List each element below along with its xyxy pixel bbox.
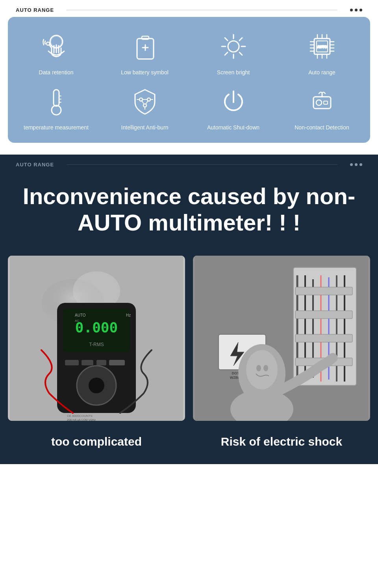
- svg-text:T-RMS: T-RMS: [89, 342, 104, 347]
- svg-text:AUTO: AUTO: [317, 45, 327, 49]
- feature-shutdown: Automatic Shut-down: [189, 84, 278, 131]
- svg-line-18: [239, 38, 242, 41]
- svg-text:20A mA μA COM VΩHz: 20A mA μA COM VΩHz: [67, 418, 96, 421]
- svg-line-19: [225, 52, 228, 55]
- feature-data-retention-label: Data retention: [39, 69, 74, 76]
- svg-point-93: [246, 350, 278, 389]
- svg-line-16: [225, 38, 228, 41]
- multimeter-photo: 0.000 AUTO AC Hz T-RMS: [8, 256, 185, 421]
- images-row: 0.000 AUTO AC Hz T-RMS: [8, 256, 370, 421]
- section1-divider: [67, 10, 337, 10]
- dot3: [359, 9, 362, 11]
- feature-temperature-label: temperature measurement: [24, 124, 89, 131]
- inconvenience-title: Inconvenience caused by non-AUTO multime…: [8, 171, 370, 255]
- s2-dot1: [350, 163, 353, 166]
- feature-low-battery-label: Low battery symbol: [121, 69, 169, 76]
- s2-dot3: [359, 163, 362, 166]
- feature-screen-bright: Screen bright: [189, 29, 278, 76]
- svg-point-38: [52, 105, 61, 115]
- section1-header: AUTO RANGE: [8, 0, 370, 17]
- svg-point-94: [256, 365, 261, 371]
- power-icon: [216, 84, 251, 119]
- svg-text:Hz: Hz: [126, 313, 131, 317]
- svg-rect-69: [82, 360, 93, 365]
- captions-row: too complicated Risk of electric shock: [8, 429, 370, 448]
- electric-photo: DOTYKANIE WZBRONIONE: [193, 256, 370, 421]
- feature-noncontact-label: Non-contact Detection: [295, 124, 349, 131]
- svg-text:AUTO: AUTO: [75, 313, 86, 317]
- dot1: [350, 9, 353, 11]
- thermometer-icon: [39, 84, 74, 119]
- chip-icon: AUTO: [304, 29, 340, 64]
- svg-text:0.000: 0.000: [75, 319, 118, 335]
- svg-rect-84: [295, 287, 352, 295]
- feature-auto-range-label: Auto range: [308, 69, 335, 76]
- battery-low-icon: [127, 29, 163, 64]
- section2-header: AUTO RANGE: [8, 155, 370, 171]
- feature-shutdown-label: Automatic Shut-down: [207, 124, 259, 131]
- svg-point-6: [46, 42, 50, 45]
- electric-image-card: DOTYKANIE WZBRONIONE: [193, 256, 370, 421]
- feature-data-retention: Data retention: [12, 29, 100, 76]
- caption-electric: Risk of electric shock: [193, 429, 370, 448]
- svg-rect-85: [295, 311, 352, 319]
- section2-dots[interactable]: [350, 163, 362, 166]
- section2-label: AUTO RANGE: [16, 162, 54, 168]
- feature-card: Data retention Low battery symbol: [8, 17, 370, 143]
- hand-pointer-icon: [39, 29, 74, 64]
- feature-anti-burn-label: Intelligent Anti-burn: [121, 124, 169, 131]
- feature-screen-bright-label: Screen bright: [217, 69, 250, 76]
- section2-divider: [67, 164, 337, 165]
- section1-label: AUTO RANGE: [16, 7, 54, 13]
- svg-rect-70: [96, 360, 106, 365]
- caption-complicated: too complicated: [8, 429, 185, 448]
- svg-rect-68: [65, 360, 79, 365]
- shield-icon: [127, 84, 163, 119]
- feature-low-battery: Low battery symbol: [100, 29, 189, 76]
- sensor-icon: [304, 84, 340, 119]
- svg-text:AC: AC: [75, 319, 79, 323]
- feature-auto-range: AUTO: [278, 29, 366, 76]
- svg-line-46: [142, 101, 144, 104]
- feature-anti-burn: Intelligent Anti-burn: [100, 84, 189, 131]
- svg-rect-37: [54, 90, 59, 106]
- section1: AUTO RANGE: [0, 0, 378, 155]
- svg-text:CE 8000COUNTS: CE 8000COUNTS: [67, 414, 93, 418]
- section1-dots[interactable]: [350, 9, 362, 11]
- svg-point-53: [316, 100, 322, 105]
- svg-line-17: [239, 52, 242, 55]
- svg-point-67: [89, 378, 104, 393]
- sun-icon: [216, 29, 251, 64]
- s2-dot2: [355, 163, 358, 166]
- svg-rect-86: [295, 334, 352, 342]
- multimeter-image-card: 0.000 AUTO AC Hz T-RMS: [8, 256, 185, 421]
- feature-noncontact: Non-contact Detection: [278, 84, 366, 131]
- svg-rect-8: [142, 36, 149, 39]
- dot2: [355, 9, 358, 11]
- svg-point-95: [263, 365, 268, 371]
- svg-line-47: [146, 101, 148, 104]
- svg-rect-54: [324, 101, 328, 104]
- svg-point-11: [228, 41, 239, 52]
- feature-temperature: temperature measurement: [12, 84, 100, 131]
- svg-rect-71: [109, 360, 125, 365]
- section2: AUTO RANGE Inconvenience caused by non-A…: [0, 155, 378, 464]
